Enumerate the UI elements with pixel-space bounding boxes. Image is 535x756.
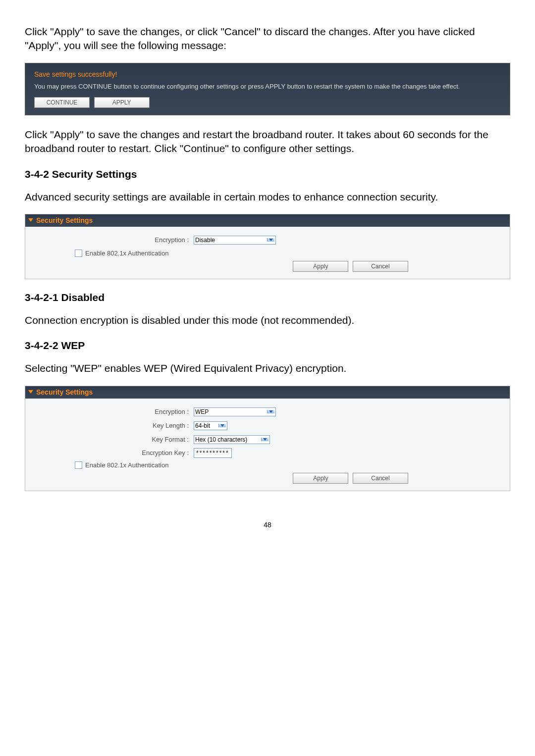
save-settings-panel: Save settings successfully! You may pres… [25,63,510,115]
heading-3-4-2-1: 3-4-2-1 Disabled [25,292,510,303]
intro-paragraph-1: Click "Apply" to save the changes, or cl… [25,25,510,53]
key-format-select-value: Hex (10 characters) [195,436,247,443]
save-settings-title: Save settings successfully! [34,70,501,78]
encryption-key-input[interactable]: ********** [194,448,232,458]
arrow-down-icon [28,390,33,394]
page-number: 48 [25,521,510,529]
key-format-select[interactable]: Hex (10 characters) [194,435,270,444]
encryption-select[interactable]: Disable [194,236,276,245]
paragraph-3-4-2-2: Selecting "WEP" enables WEP (Wired Equiv… [25,361,510,375]
enable-8021x-row[interactable]: Enable 802.1x Authentication [75,461,500,469]
security-settings-panel-wep: Security Settings Encryption : WEP Key L… [25,386,510,491]
enable-8021x-label: Enable 802.1x Authentication [85,461,168,469]
apply-button[interactable]: Apply [293,261,348,272]
encryption-select[interactable]: WEP [194,407,276,416]
chevron-down-icon [267,238,274,242]
save-settings-description: You may press CONTINUE button to continu… [34,82,501,91]
chevron-down-icon [267,410,274,413]
intro-paragraph-2: Click "Apply" to save the changes and re… [25,128,510,156]
security-settings-panel-disable: Security Settings Encryption : Disable E… [25,214,510,279]
apply-button[interactable]: APPLY [94,97,150,108]
apply-button[interactable]: Apply [293,473,348,484]
continue-button[interactable]: CONTINUE [34,97,90,108]
enable-8021x-row[interactable]: Enable 802.1x Authentication [75,250,500,257]
key-length-select[interactable]: 64-bit [194,421,227,430]
enable-8021x-checkbox[interactable] [75,461,82,469]
encryption-label: Encryption : [35,408,194,415]
key-format-label: Key Format : [35,436,194,443]
key-length-select-value: 64-bit [195,422,210,429]
heading-3-4-2-2: 3-4-2-2 WEP [25,340,510,352]
encryption-select-value: WEP [195,408,209,415]
encryption-select-value: Disable [195,237,215,244]
arrow-down-icon [28,218,33,222]
enable-8021x-label: Enable 802.1x Authentication [85,250,168,257]
chevron-down-icon [261,438,268,441]
chevron-down-icon [218,424,226,427]
key-length-label: Key Length : [35,422,194,429]
paragraph-3-4-2-1: Connection encryption is disabled under … [25,313,510,327]
heading-3-4-2: 3-4-2 Security Settings [25,168,510,180]
encryption-key-label: Encryption Key : [35,449,194,456]
enable-8021x-checkbox[interactable] [75,250,82,257]
encryption-label: Encryption : [35,236,194,244]
security-settings-header-label: Security Settings [36,388,93,396]
cancel-button[interactable]: Cancel [353,261,408,272]
security-settings-header: Security Settings [25,214,510,227]
paragraph-3-4-2: Advanced security settings are available… [25,190,510,204]
cancel-button[interactable]: Cancel [353,473,408,484]
security-settings-header-label: Security Settings [36,216,93,224]
security-settings-header: Security Settings [25,386,510,399]
